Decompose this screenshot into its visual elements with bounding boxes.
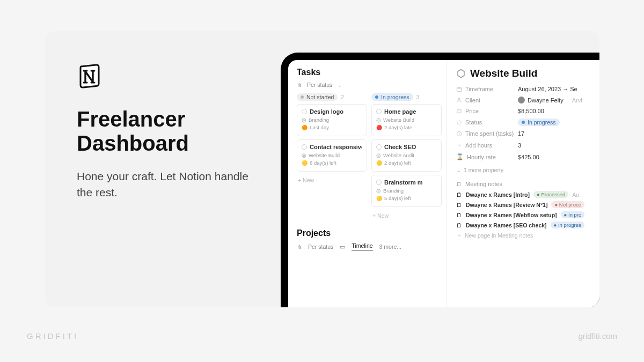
- board-column-not-started: Not started 2 Design logo ◎Branding 🟠Las…: [297, 93, 367, 221]
- prop-price[interactable]: Price $8,500.00: [456, 108, 599, 114]
- tab-per-status[interactable]: Per status: [308, 243, 333, 250]
- chevron-down-icon: [338, 82, 342, 88]
- tasks-view-label: Per status: [307, 82, 332, 88]
- prop-time-spent[interactable]: Time spent (tasks) 17: [456, 130, 599, 137]
- board-column-in-progress: In progress 3 Home page ◎Website Build 🔴…: [371, 93, 442, 221]
- status-icon: [456, 120, 462, 125]
- notes-icon: 🗒: [456, 181, 462, 187]
- tasks-board: Not started 2 Design logo ◎Branding 🟠Las…: [297, 93, 442, 221]
- more-properties-toggle[interactable]: ⌄ 1 more property: [456, 167, 599, 173]
- task-card[interactable]: Check SEO ◎Website Audit 🟡2 day(s) left: [371, 139, 442, 172]
- status-chip: ● In pro: [561, 211, 585, 218]
- board-icon: ⋔: [297, 243, 302, 250]
- checkbox-icon[interactable]: [302, 109, 307, 114]
- tabs-more[interactable]: 3 more...: [379, 243, 401, 250]
- task-card[interactable]: Home page ◎Website Build 🔴2 day(s) late: [371, 104, 442, 136]
- hexagon-icon: [456, 69, 466, 78]
- checkbox-icon[interactable]: [376, 144, 382, 150]
- meeting-note-row[interactable]: 🗒 Dwayne x Rames [Review N°1] ● Not proc…: [456, 201, 599, 208]
- person-icon: [456, 97, 462, 103]
- svg-rect-0: [457, 87, 461, 91]
- status-chip: ● Not proce: [551, 201, 584, 208]
- page-title: Website Build: [456, 68, 599, 79]
- notion-screen: Tasks ⋔ Per status Not started 2: [288, 60, 599, 307]
- plus-icon: ＋: [456, 232, 462, 239]
- tablet-frame: Tasks ⋔ Per status Not started 2: [281, 53, 599, 307]
- task-card[interactable]: Contact responsiveness ◎Website Build 🟡6…: [297, 139, 367, 172]
- avatar: [518, 97, 525, 104]
- notes-icon: 🗒: [456, 212, 462, 218]
- properties-list: Timeframe August 26, 2023 → Se Client Dw…: [456, 86, 599, 160]
- new-meeting-note-button[interactable]: ＋ New page in Meeting notes: [456, 232, 599, 239]
- hourglass-icon: ⌛: [456, 153, 464, 160]
- status-pill[interactable]: Not started: [297, 93, 338, 101]
- meeting-note-row[interactable]: 🗒 Dwayne x Rames [SEO check] ● In progre…: [456, 221, 599, 228]
- prop-timeframe[interactable]: Timeframe August 26, 2023 → Se: [456, 86, 599, 92]
- price-icon: [456, 108, 462, 114]
- tasks-view-switcher[interactable]: ⋔ Per status: [297, 82, 442, 88]
- prop-client[interactable]: Client Dwayne Felty Arvi: [456, 97, 599, 104]
- new-task-button[interactable]: + New: [297, 175, 367, 186]
- plus-icon: ＋: [456, 141, 462, 149]
- checkbox-icon[interactable]: [302, 144, 307, 150]
- notion-logo-icon: [77, 63, 103, 89]
- meeting-note-row[interactable]: 🗒 Dwayne x Rames [Webflow setup] ● In pr…: [456, 211, 599, 218]
- board-icon: ⋔: [297, 82, 302, 88]
- promo-right: Tasks ⋔ Per status Not started 2: [270, 31, 599, 307]
- notes-icon: 🗒: [456, 222, 462, 228]
- timeline-icon: ▭: [340, 243, 345, 250]
- cube-icon: ◎: [376, 152, 381, 158]
- cube-icon: ◎: [302, 152, 306, 158]
- column-count: 3: [416, 94, 420, 100]
- prop-add-hours[interactable]: ＋Add hours 3: [456, 141, 599, 149]
- tab-timeline[interactable]: Timeline: [352, 242, 372, 250]
- cube-icon: ◎: [302, 117, 306, 123]
- new-task-button[interactable]: + New: [371, 210, 442, 221]
- prop-hourly-rate[interactable]: ⌛Hourly rate $425.00: [456, 153, 599, 160]
- svg-point-3: [457, 120, 461, 124]
- notes-icon: 🗒: [456, 191, 462, 198]
- column-count: 2: [341, 94, 344, 100]
- svg-rect-2: [457, 109, 461, 113]
- footer-brand: GRIDFITI: [27, 331, 78, 341]
- status-pill[interactable]: In progress: [371, 93, 413, 101]
- task-card[interactable]: Brainstorm m ◎Branding 🟡5 day(s) left: [371, 175, 442, 207]
- meeting-notes-header: 🗒 Meeting notes: [456, 181, 599, 187]
- footer-url: gridfiti.com: [578, 331, 617, 341]
- tasks-section: Tasks ⋔ Per status Not started 2: [288, 60, 447, 307]
- clock-icon: [456, 131, 462, 137]
- task-card[interactable]: Design logo ◎Branding 🟠Last day: [297, 104, 367, 136]
- status-chip: ● Processed: [533, 191, 568, 198]
- meeting-note-row[interactable]: 🗒 Dwayne x Rames [Intro] ● Processed Au: [456, 191, 599, 198]
- tasks-title: Tasks: [297, 68, 442, 77]
- cube-icon: ◎: [376, 117, 381, 123]
- calendar-icon: [456, 86, 462, 92]
- checkbox-icon[interactable]: [376, 109, 382, 114]
- projects-title: Projects: [297, 228, 442, 238]
- status-chip: ● In progres: [551, 221, 584, 228]
- projects-tabs: ⋔ Per status ▭ Timeline 3 more...: [297, 242, 442, 250]
- prop-status[interactable]: Status In progress: [456, 119, 599, 126]
- promo-left: Freelancer Dashboard Hone your craft. Le…: [45, 31, 270, 307]
- notes-icon: 🗒: [456, 202, 462, 208]
- page-detail: Website Build Timeframe August 26, 2023 …: [447, 60, 599, 307]
- cube-icon: ◎: [376, 188, 381, 194]
- promo-card: Freelancer Dashboard Hone your craft. Le…: [45, 31, 599, 307]
- chevron-down-icon: ⌄: [456, 167, 461, 173]
- subline: Hone your craft. Let Notion handle the r…: [77, 168, 248, 201]
- checkbox-icon[interactable]: [376, 180, 382, 185]
- headline: Freelancer Dashboard: [77, 107, 248, 156]
- projects-section: Projects ⋔ Per status ▭ Timeline 3 more.…: [297, 228, 442, 250]
- svg-point-1: [458, 98, 460, 100]
